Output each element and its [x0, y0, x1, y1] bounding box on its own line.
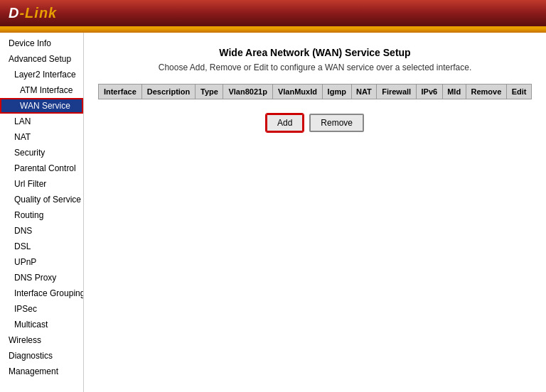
column-header-igmp: Igmp: [323, 85, 351, 99]
column-header-nat: NAT: [351, 85, 377, 99]
sidebar-item-management[interactable]: Management: [0, 364, 83, 379]
sidebar-item-multicast[interactable]: Multicast: [0, 317, 83, 332]
logo: D-Link: [9, 5, 57, 21]
column-header-vlanmuxid: VlanMuxId: [272, 85, 322, 99]
sidebar-item-diagnostics[interactable]: Diagnostics: [0, 348, 83, 364]
buttons-area: Add Remove: [98, 114, 532, 132]
sidebar-item-routing[interactable]: Routing: [0, 207, 83, 223]
sidebar-item-dns[interactable]: DNS: [0, 223, 83, 239]
sidebar-item-qos[interactable]: Quality of Service: [0, 192, 83, 207]
sidebar-item-security[interactable]: Security: [0, 145, 83, 160]
sidebar-item-ipsec[interactable]: IPSec: [0, 301, 83, 317]
column-header-description: Description: [141, 85, 196, 99]
sidebar-item-atm-interface[interactable]: ATM Interface: [0, 82, 83, 98]
sidebar-item-parental-control[interactable]: Parental Control: [0, 160, 83, 176]
sidebar-item-lan[interactable]: LAN: [0, 114, 83, 129]
add-button[interactable]: Add: [266, 114, 304, 132]
page-title: Wide Area Network (WAN) Service Setup: [98, 47, 532, 58]
sidebar-item-nat[interactable]: NAT: [0, 129, 83, 145]
sidebar-item-layer2-interface[interactable]: Layer2 Interface: [0, 67, 83, 82]
column-header-remove: Remove: [466, 85, 507, 99]
sidebar-item-dsl[interactable]: DSL: [0, 239, 83, 254]
sidebar-item-dns-proxy[interactable]: DNS Proxy: [0, 270, 83, 285]
remove-button[interactable]: Remove: [309, 114, 364, 132]
column-header-mld: Mld: [442, 85, 466, 99]
column-header-type: Type: [196, 85, 223, 99]
main-content: Wide Area Network (WAN) Service Setup Ch…: [84, 33, 546, 392]
sidebar-item-wan-service[interactable]: WAN Service: [0, 98, 83, 114]
sidebar-item-advanced-setup[interactable]: Advanced Setup: [0, 51, 83, 67]
wan-table-header: InterfaceDescriptionTypeVlan8021pVlanMux…: [99, 85, 532, 99]
wan-table: InterfaceDescriptionTypeVlan8021pVlanMux…: [98, 84, 532, 99]
column-header-vlan8021p: Vlan8021p: [223, 85, 272, 99]
column-header-firewall: Firewall: [377, 85, 417, 99]
sidebar-item-device-info[interactable]: Device Info: [0, 36, 83, 51]
column-header-interface: Interface: [99, 85, 142, 99]
header: D-Link: [0, 0, 546, 28]
column-header-ipv6: IPv6: [416, 85, 442, 99]
page-description: Choose Add, Remove or Edit to configure …: [98, 62, 532, 72]
sidebar-item-interface-grouping[interactable]: Interface Grouping: [0, 285, 83, 301]
sidebar-item-upnp[interactable]: UPnP: [0, 254, 83, 270]
sidebar-item-url-filter[interactable]: Url Filter: [0, 176, 83, 192]
column-header-edit: Edit: [507, 85, 532, 99]
layout: Device InfoAdvanced SetupLayer2 Interfac…: [0, 33, 546, 392]
sidebar-item-wireless[interactable]: Wireless: [0, 332, 83, 348]
sidebar: Device InfoAdvanced SetupLayer2 Interfac…: [0, 33, 84, 392]
